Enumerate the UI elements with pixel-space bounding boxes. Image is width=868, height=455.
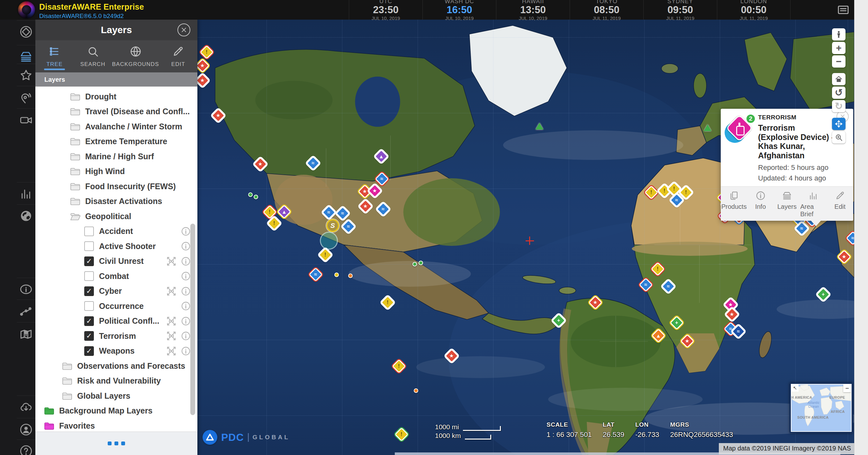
red-hazard-marker[interactable]: ★	[837, 250, 851, 264]
layer-tree-row[interactable]: ✓ Terrorism	[35, 329, 197, 344]
sidebar-item-draw-tools[interactable]	[17, 300, 35, 322]
tab-edit[interactable]: EDIT	[159, 40, 197, 73]
layer-tree-row[interactable]: ✓ Civil Unrest	[35, 254, 197, 269]
green-event-dot[interactable]	[412, 262, 417, 266]
layer-tree-row[interactable]: Drought	[35, 89, 197, 104]
layer-tree-row[interactable]: Avalanche / Winter Storm	[35, 119, 197, 134]
layer-checkbox[interactable]: ✓	[84, 286, 94, 296]
red-hazard-marker[interactable]: ★	[444, 349, 459, 363]
undo-control[interactable]: ↺	[832, 87, 845, 99]
zoom-to-extent-icon[interactable]	[166, 331, 177, 341]
vertical-scrollbar[interactable]	[854, 0, 868, 455]
red-hazard-marker[interactable]: ★	[680, 334, 694, 348]
sidebar-item-multimedia[interactable]	[17, 109, 35, 131]
layer-tree-row[interactable]: Combat	[35, 269, 197, 284]
yellow-hazard-marker[interactable]: !	[395, 427, 409, 442]
close-icon[interactable]	[178, 24, 190, 36]
yellow-event-dot[interactable]	[334, 273, 339, 277]
blue-hazard-marker[interactable]: ≈	[376, 202, 390, 216]
layer-tree-row[interactable]: Marine / High Surf	[35, 149, 197, 164]
layer-checkbox[interactable]	[84, 301, 94, 311]
layer-info-icon[interactable]	[181, 286, 191, 296]
red-hazard-marker[interactable]: ★	[725, 307, 739, 321]
green-event-dot[interactable]	[418, 261, 423, 265]
layer-tree-row[interactable]: Risk and Vulnerability	[35, 374, 197, 389]
overview-minimap[interactable]: NORTH AMERICAEUROPEAFRICASOUTH AMERICAAt…	[789, 382, 853, 433]
zoom-box-control[interactable]	[832, 131, 845, 143]
layer-tree-row[interactable]: Favorites	[35, 418, 197, 431]
layer-tree-row[interactable]: Accident	[35, 224, 197, 239]
orange-hazard-marker[interactable]: ▲	[651, 329, 665, 343]
layer-info-icon[interactable]	[181, 226, 191, 236]
blue-hazard-marker[interactable]: ≈	[661, 279, 676, 293]
layers-action[interactable]: Layers	[774, 191, 800, 218]
layer-checkbox[interactable]	[84, 241, 94, 251]
home-control[interactable]	[832, 73, 845, 85]
layer-checkbox[interactable]	[84, 227, 94, 236]
panel-footer-menu[interactable]	[35, 431, 197, 455]
layer-tree-row[interactable]: Geopolitical	[35, 209, 197, 224]
sidebar-item-downloads[interactable]	[17, 396, 35, 418]
sidebar-item-favorites[interactable]	[17, 64, 35, 86]
blue-hazard-marker[interactable]: ≈	[341, 220, 355, 234]
pink-hazard-marker[interactable]: ★	[368, 184, 382, 198]
layer-tree-row[interactable]: ✓ Cyber	[35, 284, 197, 299]
blue-hazard-marker[interactable]: ≈	[375, 172, 389, 186]
yellow-hazard-marker[interactable]: !	[392, 359, 406, 373]
minimap-collapse-icon[interactable]: −	[843, 385, 851, 392]
red-hazard-marker[interactable]: ★	[588, 296, 602, 310]
blue-hazard-marker[interactable]: ≈	[846, 231, 854, 245]
edit-action[interactable]: Edit	[827, 191, 853, 218]
layer-tree-row[interactable]: Active Shooter	[35, 239, 197, 254]
layer-info-icon[interactable]	[181, 331, 191, 341]
orange-event-dot[interactable]	[348, 274, 353, 278]
blue-hazard-marker[interactable]: ≈	[322, 205, 336, 220]
layer-info-icon[interactable]	[181, 346, 191, 356]
red-hazard-marker[interactable]: ★	[197, 59, 210, 73]
layer-tree-row[interactable]: High Wind	[35, 164, 197, 179]
sidebar-item-help[interactable]	[17, 439, 35, 455]
layer-tree-row[interactable]: Travel (Disease and Confl...	[35, 104, 197, 119]
pan-control[interactable]	[832, 118, 845, 130]
red-hazard-marker[interactable]: ★	[359, 199, 373, 214]
minimap-expand-icon[interactable]: ↖	[792, 385, 799, 392]
sidebar-item-smart-alerts[interactable]	[17, 86, 35, 109]
layer-info-icon[interactable]	[181, 271, 191, 281]
layer-info-icon[interactable]	[181, 301, 191, 311]
layer-info-icon[interactable]	[181, 256, 191, 266]
products-action[interactable]: Products	[721, 191, 747, 218]
zoom-out-control[interactable]: −	[832, 55, 845, 67]
advisory-triangle-marker[interactable]	[704, 124, 711, 131]
sidebar-item-information[interactable]	[17, 278, 35, 300]
sidebar-item-world[interactable]	[17, 204, 35, 227]
yellow-hazard-marker[interactable]: !	[644, 186, 658, 199]
yellow-hazard-marker[interactable]: !	[318, 248, 333, 262]
yellow-hazard-marker[interactable]: !	[199, 46, 214, 59]
yellow-hazard-marker[interactable]: !	[381, 296, 395, 310]
sidebar-item-locations[interactable]	[17, 322, 35, 345]
green-hazard-marker[interactable]: +	[670, 316, 684, 330]
red-hazard-marker[interactable]: ★	[197, 74, 210, 87]
pdc-app-logo[interactable]	[18, 1, 35, 18]
redo-control[interactable]: ↻	[832, 100, 845, 112]
info-action[interactable]: Info	[747, 191, 774, 218]
sidebar-item-account[interactable]	[17, 418, 35, 440]
layer-tree-row[interactable]: ✓ Political Confl...	[35, 314, 197, 329]
green-hazard-marker[interactable]: +	[816, 287, 830, 302]
green-event-dot[interactable]	[248, 193, 253, 197]
layer-tree-row[interactable]: Food Insecurity (FEWS)	[35, 179, 197, 194]
purple-hazard-marker[interactable]: ▲	[277, 205, 291, 219]
sidebar-item-hazards[interactable]	[17, 20, 35, 43]
layer-tree-row[interactable]: Global Layers	[35, 389, 197, 403]
layer-tree-row[interactable]: Occurrence	[35, 298, 197, 314]
zoom-to-extent-icon[interactable]	[166, 286, 177, 297]
cyclone-marker[interactable]: S	[326, 219, 339, 232]
orange-event-dot[interactable]	[414, 389, 418, 393]
green-event-dot[interactable]	[254, 195, 258, 199]
tree-scrollbar[interactable]	[190, 224, 195, 415]
tab-search[interactable]: SEARCH	[73, 40, 112, 73]
layer-checkbox[interactable]: ✓	[84, 316, 94, 326]
zoom-to-extent-icon[interactable]	[166, 256, 177, 267]
pegman-control[interactable]	[832, 28, 845, 40]
red-hazard-marker[interactable]: ★	[253, 157, 268, 171]
